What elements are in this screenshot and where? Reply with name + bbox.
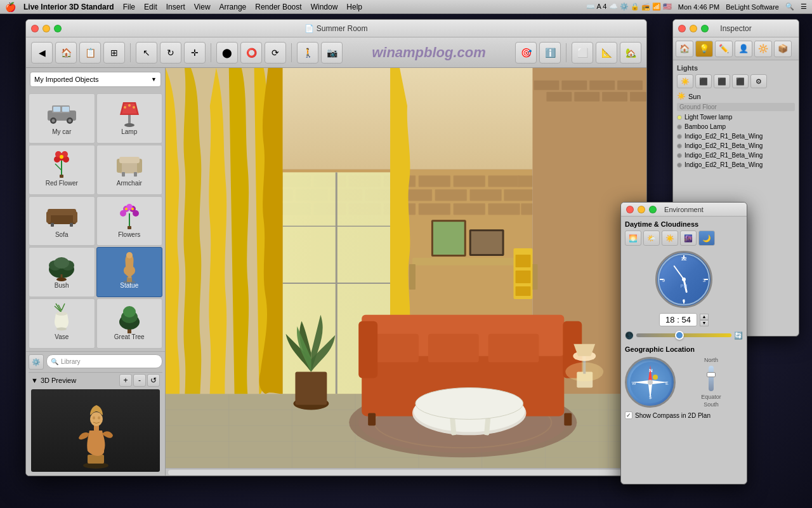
env-close-button[interactable]	[626, 206, 634, 213]
oval-tool[interactable]: ⭕	[240, 42, 262, 64]
light-type-3[interactable]: ⬛	[732, 74, 749, 88]
night-btn[interactable]: 🌙	[698, 231, 715, 246]
show-compass-checkbox[interactable]: ✓	[625, 411, 632, 419]
zoom-out-button[interactable]: -	[133, 374, 146, 387]
object-armchair[interactable]: Armchair	[96, 145, 163, 195]
search-icon[interactable]: 🔍	[785, 3, 794, 11]
object-vase[interactable]: Vase	[29, 298, 95, 349]
close-button[interactable]	[31, 25, 39, 32]
time-down-button[interactable]: ▼	[700, 320, 709, 326]
light-item-6[interactable]: Indigo_Ed2_R1_Beta_Wing	[677, 161, 795, 169]
light-type-1[interactable]: ⬛	[695, 74, 712, 88]
svg-point-50	[56, 277, 67, 281]
inspector-maximize-button[interactable]	[701, 25, 709, 32]
main-toolbar: ◀ 🏠 📋 ⊞ ↖ ↻ ✛ ⬤ ⭕ ⟳ 🚶 📷 winampblog.com 🎯…	[26, 37, 646, 68]
apple-menu[interactable]: 🍎	[5, 2, 16, 12]
light-item-1[interactable]: Light Tower lamp	[677, 113, 795, 121]
morning-btn[interactable]: 🌤️	[643, 231, 660, 246]
zoom-in-button[interactable]: +	[119, 374, 132, 387]
menu-insert[interactable]: Insert	[166, 3, 185, 11]
horizontal-scrollbar[interactable]: ▶	[166, 468, 646, 476]
rotate-tool[interactable]: ↻	[160, 42, 181, 64]
menu-view[interactable]: View	[194, 3, 211, 11]
menu-window[interactable]: Window	[311, 3, 338, 11]
scrollbar-track[interactable]	[168, 470, 636, 475]
object-bush[interactable]: Bush	[29, 247, 95, 297]
preview-collapse-icon[interactable]: ▼	[31, 377, 38, 384]
list-view-button[interactable]: 📋	[79, 42, 101, 64]
objects-view-button[interactable]: 🏠	[55, 42, 77, 64]
polygon-tool[interactable]: ⟳	[265, 42, 286, 64]
info-btn[interactable]: ℹ️	[539, 42, 561, 64]
light-type-2[interactable]: ⬛	[714, 74, 730, 88]
menu-render[interactable]: Render Boost	[255, 3, 301, 11]
svg-rect-114	[409, 264, 416, 290]
env-maximize-button[interactable]	[649, 206, 657, 213]
menu-edit[interactable]: Edit	[144, 3, 157, 11]
inspector-minimize-button[interactable]	[690, 25, 697, 32]
latitude-track[interactable]	[709, 366, 714, 391]
insp-material-btn[interactable]: ✏️	[715, 41, 733, 57]
light-add-btn[interactable]: ⚙	[750, 74, 767, 88]
object-thumb-car	[43, 97, 81, 128]
search-placeholder: Library	[61, 358, 81, 365]
evening-btn[interactable]: 🌆	[680, 231, 697, 246]
svg-rect-95	[488, 203, 520, 215]
insp-person-btn[interactable]: 👤	[735, 41, 752, 57]
light-type-sun[interactable]: ☀️	[677, 74, 693, 88]
menu-icon[interactable]: ☰	[801, 3, 807, 11]
move-tool[interactable]: ✛	[184, 42, 206, 64]
object-lamp[interactable]: Lamp	[96, 93, 163, 144]
back-button[interactable]: ◀	[31, 42, 53, 64]
object-statue[interactable]: Statue	[96, 247, 163, 297]
object-label-great-tree: Great Tree	[114, 333, 145, 340]
menu-file[interactable]: File	[123, 3, 135, 11]
light-name-4: Indigo_Ed2_R1_Beta_Wing	[684, 142, 763, 149]
person-tool[interactable]: 🚶	[297, 42, 318, 64]
object-sofa[interactable]: Sofa	[29, 196, 95, 246]
minimize-button[interactable]	[43, 25, 50, 32]
light-item-3[interactable]: Indigo_Ed2_R1_Beta_Wing	[677, 132, 795, 140]
insp-box-btn[interactable]: 📦	[774, 41, 792, 57]
floor-plan-btn[interactable]: ⬜	[572, 42, 593, 64]
light-item-5[interactable]: Indigo_Ed2_R1_Beta_Wing	[677, 151, 795, 159]
circle-tool[interactable]: ⬤	[216, 42, 238, 64]
env-minimize-button[interactable]	[638, 206, 645, 213]
camera-tool[interactable]: 📷	[321, 42, 343, 64]
insp-light-btn[interactable]: 💡	[695, 41, 713, 57]
svg-point-43	[131, 208, 134, 210]
select-tool[interactable]: ↖	[136, 42, 157, 64]
svg-text:S: S	[649, 395, 652, 399]
slider-thumb[interactable]	[675, 331, 684, 340]
object-thumb-lamp	[110, 97, 148, 128]
slider-track[interactable]	[636, 333, 731, 337]
menu-help[interactable]: Help	[346, 3, 362, 11]
objects-dropdown[interactable]: My Imported Objects ▼	[30, 72, 161, 87]
object3d-btn[interactable]: 🎯	[515, 42, 537, 64]
latitude-thumb[interactable]	[707, 372, 716, 377]
search-box[interactable]: 🔍 Library	[46, 354, 162, 368]
light-item-2[interactable]: Bamboo Lamp	[677, 123, 795, 131]
toolbar-separator-4	[566, 43, 566, 62]
refresh-button[interactable]: ↺	[147, 374, 160, 387]
object-red-flower[interactable]: Red Flower	[29, 145, 95, 195]
traffic-lights	[31, 25, 62, 32]
insp-bulb-btn[interactable]: 🔆	[754, 41, 772, 57]
object-great-tree[interactable]: Great Tree	[96, 298, 163, 349]
inspector-close-button[interactable]	[678, 25, 686, 32]
insp-house-btn[interactable]: 🏠	[676, 41, 693, 57]
light-item-4[interactable]: Indigo_Ed2_R1_Beta_Wing	[677, 142, 795, 150]
svg-point-64	[123, 306, 136, 318]
object-my-car[interactable]: My car	[29, 93, 95, 144]
noon-btn[interactable]: ☀️	[662, 231, 678, 246]
house-btn[interactable]: 🏡	[620, 42, 641, 64]
time-input[interactable]	[659, 313, 697, 326]
maximize-button[interactable]	[54, 25, 62, 32]
menu-arrange[interactable]: Arrange	[219, 3, 247, 11]
elevation-btn[interactable]: 📐	[596, 42, 617, 64]
settings-tool-button[interactable]: ⚙️	[29, 354, 44, 370]
grid-view-button[interactable]: ⊞	[103, 42, 125, 64]
sunrise-btn[interactable]: 🌅	[625, 231, 641, 246]
time-up-button[interactable]: ▲	[700, 314, 709, 320]
object-flowers[interactable]: Flowers	[96, 196, 163, 246]
